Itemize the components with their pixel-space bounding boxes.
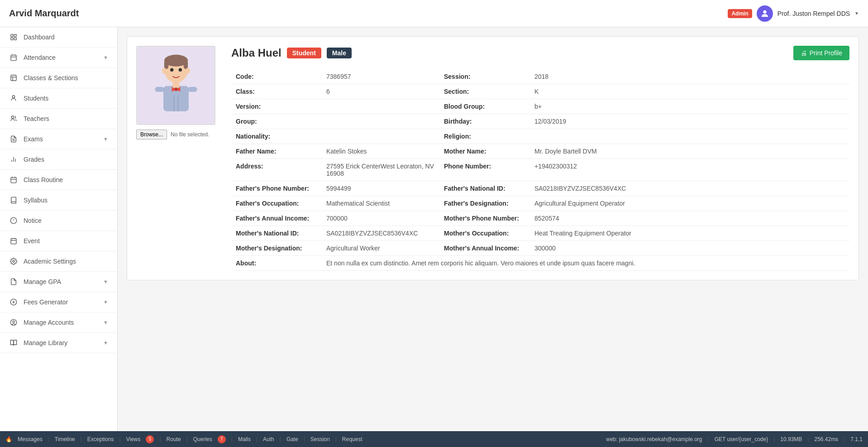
- student-avatar: [144, 53, 208, 118]
- browse-button[interactable]: Browse...: [136, 130, 167, 139]
- table-row: Father's Annual Income: 700000 Mother's …: [231, 211, 849, 226]
- sidebar-item-fees-generator[interactable]: Fees Generator ▼: [0, 292, 117, 312]
- sidebar-item-attendance[interactable]: Attendance ▼: [0, 48, 117, 68]
- user-circle-icon: [9, 318, 18, 327]
- grid-icon: [9, 33, 18, 42]
- birthday-label: Birthday:: [439, 114, 530, 129]
- svg-point-44: [178, 68, 181, 72]
- address-value: 27595 Erick CenterWest Leoraton, NV 1690…: [322, 159, 439, 181]
- sidebar-item-teachers[interactable]: Teachers: [0, 109, 117, 129]
- sidebar-label-manage-library: Manage Library: [24, 339, 67, 346]
- svg-rect-9: [11, 75, 16, 81]
- chevron-down-icon-exams: ▼: [103, 136, 108, 142]
- mother-income-label: Mother's Annual Income:: [439, 241, 530, 256]
- sidebar-item-syllabus[interactable]: Syllabus: [0, 190, 117, 211]
- class-value: 6: [322, 84, 439, 99]
- mother-desig-value: Agricultural Worker: [322, 241, 439, 256]
- about-value: Et non nulla ex cum distinctio. Amet rem…: [322, 256, 849, 271]
- calendar-icon: [9, 175, 18, 184]
- profile-details: Alba Huel Student Male 🖨 Print Profile C…: [231, 46, 849, 271]
- bottom-session[interactable]: Session: [310, 436, 330, 442]
- religion-value: [530, 129, 849, 144]
- bottom-views[interactable]: Views: [126, 436, 141, 442]
- sidebar-item-dashboard[interactable]: Dashboard: [0, 27, 117, 48]
- bottom-queries[interactable]: Queries: [193, 436, 212, 442]
- print-profile-button[interactable]: 🖨 Print Profile: [793, 46, 849, 60]
- sidebar-item-classes[interactable]: Classes & Sections: [0, 68, 117, 88]
- bottom-auth[interactable]: Auth: [263, 436, 274, 442]
- bottom-timeline[interactable]: Timeline: [55, 436, 75, 442]
- user-name: Prof. Juston Rempel DDS: [777, 10, 850, 17]
- father-occ-value: Mathematical Scientist: [322, 196, 439, 211]
- no-file-label: No file selected.: [171, 131, 209, 138]
- bottom-request[interactable]: Request: [342, 436, 362, 442]
- bottom-mails[interactable]: Mails: [238, 436, 251, 442]
- svg-rect-2: [14, 34, 16, 37]
- browse-row: Browse... No file selected.: [136, 130, 218, 139]
- session-value: 2018: [530, 69, 849, 84]
- sidebar-label-manage-accounts: Manage Accounts: [24, 319, 74, 326]
- profile-card: Browse... No file selected. Alba Huel St…: [127, 36, 859, 280]
- phone-label: Phone Number:: [439, 159, 530, 181]
- sidebar-item-exams[interactable]: Exams ▼: [0, 129, 117, 149]
- father-phone-label: Father's Phone Number:: [231, 181, 322, 196]
- sidebar-label-academic-settings: Academic Settings: [24, 258, 76, 265]
- svg-rect-51: [188, 87, 197, 92]
- calendar-check-icon: [9, 53, 18, 62]
- sidebar-label-attendance: Attendance: [24, 54, 56, 61]
- app-title: Arvid Marquardt: [9, 8, 79, 19]
- sidebar-item-students[interactable]: Students: [0, 88, 117, 109]
- views-count: 5: [146, 435, 154, 443]
- table-row: Version: Blood Group: b+: [231, 99, 849, 114]
- bottom-gate[interactable]: Gate: [286, 436, 298, 442]
- alert-icon: [9, 216, 18, 225]
- profile-photo-section: Browse... No file selected.: [136, 46, 218, 271]
- bottom-exceptions[interactable]: Exceptions: [87, 436, 114, 442]
- sidebar-item-manage-library[interactable]: Manage Library ▼: [0, 333, 117, 353]
- table-row: Father Name: Katelin Stokes Mother Name:…: [231, 144, 849, 159]
- sidebar-item-class-routine[interactable]: Class Routine: [0, 170, 117, 190]
- chevron-down-icon: ▼: [103, 55, 108, 60]
- student-badge: Student: [287, 48, 321, 58]
- profile-header: Alba Huel Student Male 🖨 Print Profile: [231, 46, 849, 60]
- sidebar-label-exams: Exams: [24, 135, 43, 143]
- sidebar-item-grades[interactable]: Grades: [0, 149, 117, 170]
- svg-point-0: [763, 10, 766, 13]
- class-label: Class:: [231, 84, 322, 99]
- main-content: Browse... No file selected. Alba Huel St…: [118, 27, 868, 431]
- sidebar-item-event[interactable]: Event: [0, 231, 117, 251]
- svg-rect-40: [183, 61, 187, 69]
- users-icon: [9, 114, 18, 123]
- svg-point-12: [12, 96, 14, 98]
- svg-point-31: [13, 260, 14, 262]
- svg-rect-50: [155, 87, 164, 92]
- father-income-value: 700000: [322, 211, 439, 226]
- father-desig-value: Agricultural Equipment Operator: [530, 196, 849, 211]
- svg-rect-39: [164, 61, 168, 69]
- table-row: Nationality: Religion:: [231, 129, 849, 144]
- sidebar-label-notice: Notice: [24, 217, 42, 224]
- queries-count: 7: [218, 435, 226, 443]
- mother-nid-value: SA0218IBYZVZJSEC8536V4XC: [322, 226, 439, 241]
- bottom-messages[interactable]: Messages: [18, 436, 43, 442]
- table-row: Class: 6 Section: K: [231, 84, 849, 99]
- father-nid-label: Father's National ID:: [439, 181, 530, 196]
- main-layout: Dashboard Attendance ▼ Classes & Section…: [0, 27, 868, 431]
- table-row: About: Et non nulla ex cum distinctio. A…: [231, 256, 849, 271]
- sidebar-item-manage-gpa[interactable]: Manage GPA ▼: [0, 272, 117, 292]
- blood-group-value: b+: [530, 99, 849, 114]
- bottom-route[interactable]: Route: [167, 436, 181, 442]
- father-name-label: Father Name:: [231, 144, 322, 159]
- svg-rect-1: [11, 34, 13, 37]
- sidebar-item-manage-accounts[interactable]: Manage Accounts ▼: [0, 312, 117, 333]
- mother-name-label: Mother Name:: [439, 144, 530, 159]
- header: Arvid Marquardt Admin Prof. Juston Rempe…: [0, 0, 868, 27]
- user-dropdown-arrow[interactable]: ▼: [854, 11, 859, 16]
- info-table: Code: 7386957 Session: 2018 Class: 6 Sec…: [231, 69, 849, 271]
- mother-name-value: Mr. Doyle Bartell DVM: [530, 144, 849, 159]
- sidebar-item-academic-settings[interactable]: Academic Settings: [0, 251, 117, 272]
- sidebar-item-notice[interactable]: Notice: [0, 211, 117, 231]
- mother-occ-value: Heat Treating Equipment Operator: [530, 226, 849, 241]
- group-label: Group:: [231, 114, 322, 129]
- sidebar: Dashboard Attendance ▼ Classes & Section…: [0, 27, 118, 431]
